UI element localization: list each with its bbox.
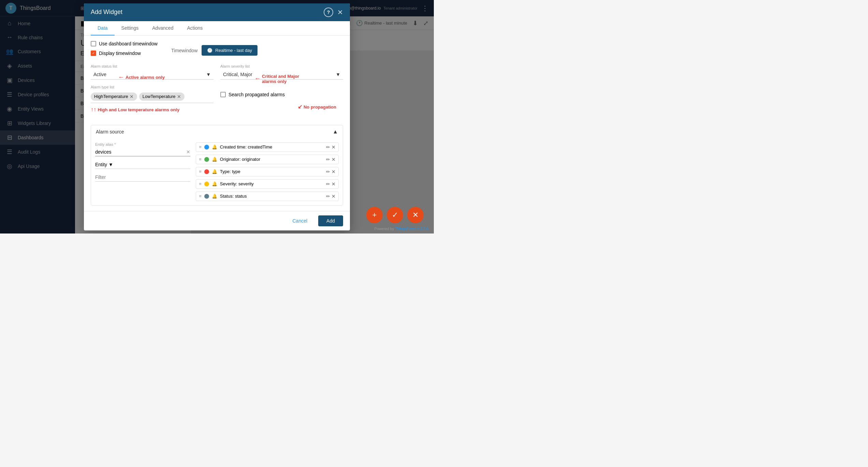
entity-type-select[interactable]: Entity ▼	[95, 160, 190, 169]
clock-icon: 🕐	[207, 48, 212, 53]
alarm-source-right: ≡ 🔔 Created time: createdTime ✏ ✕ ≡	[196, 142, 339, 201]
use-dashboard-timewindow-label: Use dashboard timewindow	[99, 41, 158, 46]
tag-high-temp-text: HighTemperature	[94, 94, 128, 99]
alarm-source-section: Alarm source ▲ Entity alias * ✕	[91, 125, 343, 206]
entity-alias-field: ✕	[95, 148, 190, 156]
remove-icon[interactable]: ✕	[332, 194, 336, 199]
created-time-actions: ✏ ✕	[326, 144, 336, 150]
remove-icon[interactable]: ✕	[332, 169, 336, 174]
drag-handle[interactable]: ≡	[199, 157, 202, 162]
dialog-content: Use dashboard timewindow Display timewin…	[84, 36, 350, 211]
entity-type-value: Entity	[95, 162, 107, 167]
bell-icon: 🔔	[212, 169, 217, 174]
fab-container: + ✓ ✕	[366, 207, 424, 223]
entity-alias-clear[interactable]: ✕	[186, 149, 190, 155]
cancel-button[interactable]: Cancel	[285, 215, 314, 226]
bell-icon: 🔔	[212, 181, 217, 186]
bell-icon: 🔔	[212, 157, 217, 162]
display-timewindow-row: Display timewindow	[91, 51, 158, 56]
type-actions: ✏ ✕	[326, 169, 336, 174]
edit-icon[interactable]: ✏	[326, 144, 330, 150]
alarm-status-label: Alarm status list	[91, 64, 214, 68]
type-dot	[204, 169, 209, 174]
entity-alias-label-text: Entity alias *	[95, 142, 190, 146]
edit-icon[interactable]: ✏	[326, 194, 330, 199]
alarm-source-left: Entity alias * ✕ Entity ▼	[95, 142, 190, 201]
alarm-severity-value: Critical, Major	[223, 72, 252, 77]
column-item-created-time: ≡ 🔔 Created time: createdTime ✏ ✕	[196, 142, 339, 152]
drag-handle[interactable]: ≡	[199, 194, 202, 199]
dialog-help-button[interactable]: ?	[324, 8, 333, 17]
fab-close-button[interactable]: ✕	[407, 207, 424, 223]
edit-icon[interactable]: ✏	[326, 181, 330, 187]
display-timewindow-label: Display timewindow	[99, 51, 141, 56]
remove-icon[interactable]: ✕	[332, 157, 336, 162]
alarm-type-label: Alarm type list	[91, 85, 214, 89]
created-time-text: Created time: createdTime	[220, 144, 272, 150]
tab-actions[interactable]: Actions	[180, 21, 209, 36]
tag-high-temp-remove[interactable]: ✕	[130, 94, 134, 99]
entity-type-chevron: ▼	[108, 162, 113, 167]
thingsboard-link[interactable]: ThingsBoard v.3.2.0	[395, 227, 428, 231]
edit-icon[interactable]: ✏	[326, 157, 330, 162]
alarm-source-label: Alarm source	[96, 129, 124, 135]
drag-handle[interactable]: ≡	[199, 144, 202, 150]
search-propagated-row: Search propagated alarms	[220, 92, 343, 97]
type-text: Type: type	[220, 169, 240, 174]
timewindow-button[interactable]: 🕐 Realtime - last day	[202, 45, 258, 56]
dialog-header-actions: ? ✕	[324, 8, 343, 17]
originator-dot	[204, 157, 209, 162]
dialog-header: Add Widget ? ✕	[84, 3, 350, 21]
entity-alias-input[interactable]	[95, 148, 190, 156]
filter-input[interactable]	[95, 173, 190, 182]
alarm-status-value: Active	[93, 72, 106, 77]
remove-icon[interactable]: ✕	[332, 181, 336, 187]
high-low-temp-annotation: ↑↑ High and Low temperature alarms only	[91, 107, 179, 113]
dialog-title: Add Widget	[91, 9, 122, 16]
help-icon: ?	[327, 10, 330, 15]
search-propagated-checkbox[interactable]	[220, 92, 226, 97]
severity-dot	[204, 182, 209, 186]
drag-handle[interactable]: ≡	[199, 181, 202, 186]
alarm-source-body: Entity alias * ✕ Entity ▼	[91, 138, 343, 205]
filter-field-container	[95, 173, 190, 182]
column-item-originator: ≡ 🔔 Originator: originator ✏ ✕	[196, 155, 339, 164]
use-dashboard-timewindow-row: Use dashboard timewindow	[91, 41, 158, 46]
display-timewindow-checkbox[interactable]	[91, 51, 96, 56]
add-widget-dialog: Add Widget ? ✕ Data Settings Advanced Ac…	[84, 3, 350, 230]
alarm-type-tags: HighTemperature ✕ LowTemperature ✕	[91, 90, 214, 103]
fab-check-button[interactable]: ✓	[387, 207, 403, 223]
dialog-close-button[interactable]: ✕	[337, 8, 343, 16]
use-dashboard-timewindow-checkbox[interactable]	[91, 41, 96, 46]
alarm-status-chevron: ▼	[206, 72, 211, 77]
tag-low-temp: LowTemperature ✕	[139, 93, 185, 101]
column-item-type: ≡ 🔔 Type: type ✏ ✕	[196, 167, 339, 176]
fab-add-button[interactable]: +	[366, 207, 383, 223]
tab-settings[interactable]: Settings	[115, 21, 146, 36]
remove-icon[interactable]: ✕	[332, 144, 336, 150]
tag-low-temp-remove[interactable]: ✕	[177, 94, 181, 99]
alarm-severity-chevron: ▼	[336, 72, 340, 77]
dialog-footer: Cancel Add	[84, 211, 350, 230]
powered-by: Powered by ThingsBoard v.3.2.0	[374, 227, 428, 231]
search-propagated-label: Search propagated alarms	[229, 92, 285, 97]
tab-data[interactable]: Data	[91, 21, 115, 36]
status-dot	[204, 194, 209, 199]
dialog-tabs: Data Settings Advanced Actions	[84, 21, 350, 36]
status-actions: ✏ ✕	[326, 194, 336, 199]
alarm-source-header[interactable]: Alarm source ▲	[91, 125, 343, 138]
add-button[interactable]: Add	[318, 215, 343, 226]
alarm-source-chevron-up: ▲	[333, 129, 338, 135]
tab-advanced[interactable]: Advanced	[145, 21, 180, 36]
column-item-status: ≡ 🔔 Status: status ✏ ✕	[196, 192, 339, 201]
drag-handle[interactable]: ≡	[199, 169, 202, 174]
bell-icon: 🔔	[212, 144, 217, 150]
dialog-overlay: Add Widget ? ✕ Data Settings Advanced Ac…	[0, 0, 434, 234]
active-alarms-annotation: ← Active alarms only	[118, 74, 165, 81]
critical-major-annotation: ← Critical and Majoralarms only	[254, 74, 299, 84]
bell-icon: 🔔	[212, 194, 217, 199]
column-item-severity: ≡ 🔔 Severity: severity ✏ ✕	[196, 179, 339, 189]
no-propagation-annotation: ↙ No propagation	[298, 103, 337, 110]
severity-actions: ✏ ✕	[326, 181, 336, 187]
edit-icon[interactable]: ✏	[326, 169, 330, 174]
